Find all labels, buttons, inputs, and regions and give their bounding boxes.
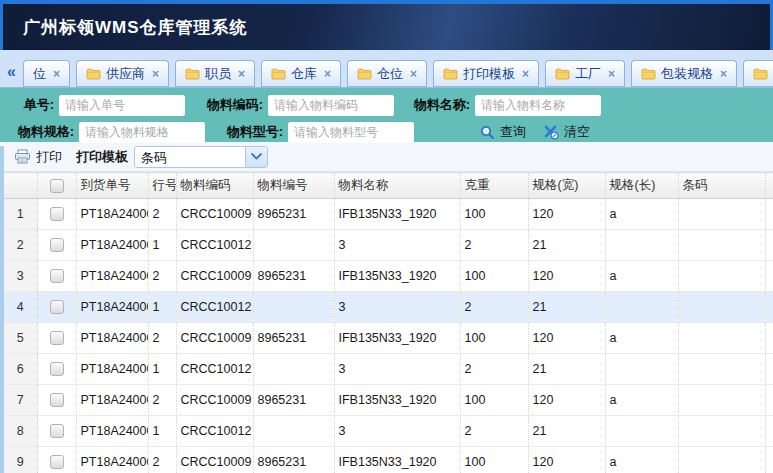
cell-spec-width: 120 — [528, 447, 605, 473]
order-no-label: 单号: — [8, 96, 54, 114]
clear-icon — [544, 125, 559, 140]
cell-barcode — [678, 199, 765, 230]
print-button[interactable]: 打印 — [14, 148, 62, 166]
cell-filler — [765, 385, 773, 416]
tab-close-icon[interactable]: × — [152, 67, 159, 81]
row-checkbox[interactable] — [50, 269, 64, 283]
material-code-input[interactable] — [268, 95, 394, 116]
tab-位[interactable]: 位× — [23, 60, 70, 87]
print-template-select[interactable]: 条码 — [134, 146, 268, 168]
tab-close-icon[interactable]: × — [410, 67, 417, 81]
row-checkbox[interactable] — [50, 362, 64, 376]
tab-label: 工厂 — [575, 65, 601, 83]
column-header-规格(宽)[interactable]: 规格(宽) — [528, 173, 605, 199]
table-row[interactable]: 9PT18A24000022CRCC100098965231IFB135N33_… — [4, 447, 773, 473]
search-icon — [480, 125, 495, 140]
printer-icon — [14, 149, 31, 164]
cell-material-number — [253, 416, 334, 447]
table-row[interactable]: 7PT18A24000032CRCC100098965231IFB135N33_… — [4, 385, 773, 416]
select-all-checkbox[interactable] — [50, 179, 64, 193]
folder-icon — [357, 68, 372, 80]
cell-line-no: 2 — [148, 447, 176, 473]
table-row[interactable]: 2PT18A24000061CRCC100123221 — [4, 230, 773, 261]
cell-filler — [765, 199, 773, 230]
cell-material-code: CRCC10012 — [176, 416, 253, 447]
tab-打印模板[interactable]: 打印模板× — [433, 60, 539, 87]
tab-仓位[interactable]: 仓位× — [347, 60, 427, 87]
material-spec-label: 物料规格: — [8, 123, 74, 141]
cell-material-name: 3 — [334, 230, 460, 261]
search-row-1: 单号: 物料编码: 物料名称: — [8, 94, 773, 116]
tab-供应商[interactable]: 供应商× — [76, 60, 169, 87]
column-header-规格(长)[interactable]: 规格(长) — [605, 173, 678, 199]
row-checkbox[interactable] — [50, 300, 64, 314]
row-checkbox[interactable] — [50, 455, 64, 469]
tab-计费规则[interactable]: 计费规则× — [743, 60, 773, 87]
tab-包装规格[interactable]: 包装规格× — [631, 60, 737, 87]
tab-工厂[interactable]: 工厂× — [545, 60, 625, 87]
clear-button[interactable]: 清空 — [544, 123, 590, 141]
tab-close-icon[interactable]: × — [522, 67, 529, 81]
cell-spec-length: a — [605, 447, 678, 473]
row-checkbox[interactable] — [50, 207, 64, 221]
cell-weight: 100 — [460, 447, 528, 473]
tab-close-icon[interactable]: × — [53, 67, 60, 81]
row-checkbox[interactable] — [50, 238, 64, 252]
cell-material-name: 3 — [334, 416, 460, 447]
table-header-row: 到货单号行号物料编码物料编号物料名称克重规格(宽)规格(长)条码 — [4, 173, 773, 199]
column-header-物料名称[interactable]: 物料名称 — [334, 173, 460, 199]
row-checkbox[interactable] — [50, 424, 64, 438]
table-row[interactable]: 6PT18A24000041CRCC100123221 — [4, 354, 773, 385]
cell-spec-width: 21 — [528, 416, 605, 447]
cell-spec-length — [605, 230, 678, 261]
tab-label: 打印模板 — [463, 65, 515, 83]
print-template-value: 条码 — [135, 147, 245, 167]
tab-close-icon[interactable]: × — [238, 67, 245, 81]
tab-label: 位 — [33, 65, 46, 83]
table-row[interactable]: 8PT18A24000031CRCC100123221 — [4, 416, 773, 447]
cell-spec-width: 120 — [528, 323, 605, 354]
column-header-到货单号[interactable]: 到货单号 — [76, 173, 148, 199]
row-number: 7 — [4, 385, 37, 416]
column-header-物料编码[interactable]: 物料编码 — [176, 173, 253, 199]
material-name-input[interactable] — [475, 95, 601, 116]
tab-close-icon[interactable]: × — [720, 67, 727, 81]
tab-close-icon[interactable]: × — [324, 67, 331, 81]
tab-scroll-left-button[interactable]: « — [2, 64, 20, 87]
row-checkbox[interactable] — [50, 393, 64, 407]
tab-label: 供应商 — [106, 65, 145, 83]
cell-barcode — [678, 261, 765, 292]
search-row-2: 物料规格: 物料型号: 查询 清空 — [8, 121, 773, 143]
column-header-克重[interactable]: 克重 — [460, 173, 528, 199]
table-row[interactable]: 1PT18A24000062CRCC100098965231IFB135N33_… — [4, 199, 773, 230]
row-checkbox-cell — [37, 447, 76, 473]
column-header-条码[interactable]: 条码 — [678, 173, 765, 199]
column-header-行号[interactable]: 行号 — [148, 173, 176, 199]
arrival-items-table: 到货单号行号物料编码物料编号物料名称克重规格(宽)规格(长)条码 1PT18A2… — [4, 172, 773, 473]
material-model-input[interactable] — [288, 122, 414, 143]
order-no-input[interactable] — [59, 95, 185, 116]
tab-close-icon[interactable]: × — [608, 67, 615, 81]
cell-weight: 2 — [460, 354, 528, 385]
query-button[interactable]: 查询 — [480, 123, 526, 141]
folder-icon — [185, 68, 200, 80]
tab-仓库[interactable]: 仓库× — [261, 60, 341, 87]
row-checkbox-cell — [37, 292, 76, 323]
cell-spec-length — [605, 292, 678, 323]
table-row[interactable]: 5PT18A24000042CRCC100098965231IFB135N33_… — [4, 323, 773, 354]
cell-material-code: CRCC10009 — [176, 323, 253, 354]
row-checkbox-cell — [37, 354, 76, 385]
cell-material-name: IFB135N33_1920 — [334, 323, 460, 354]
cell-order-no: PT18A2400006 — [76, 199, 148, 230]
cell-material-number: 8965231 — [253, 261, 334, 292]
chevron-down-icon[interactable] — [245, 147, 267, 167]
material-spec-input[interactable] — [79, 122, 205, 143]
column-header-物料编号[interactable]: 物料编号 — [253, 173, 334, 199]
cell-weight: 100 — [460, 323, 528, 354]
table-row[interactable]: 4PT18A24000051CRCC100123221 — [4, 292, 773, 323]
folder-icon — [641, 68, 656, 80]
cell-order-no: PT18A2400004 — [76, 323, 148, 354]
row-checkbox[interactable] — [50, 331, 64, 345]
tab-职员[interactable]: 职员× — [175, 60, 255, 87]
table-row[interactable]: 3PT18A24000052CRCC100098965231IFB135N33_… — [4, 261, 773, 292]
